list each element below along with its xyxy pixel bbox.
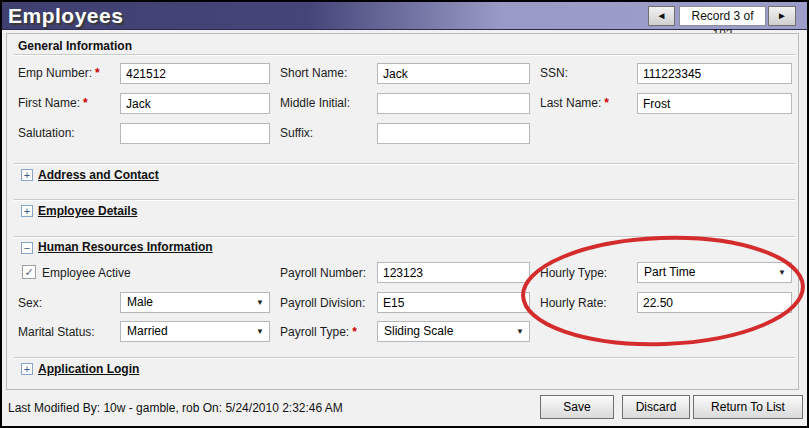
- employees-window: Employees ◄ Record 3 of 102 ► General In…: [0, 0, 809, 428]
- emp-number-label: Emp Number:*: [18, 66, 100, 80]
- plus-icon: +: [24, 205, 30, 217]
- payroll-number-field[interactable]: [377, 262, 530, 283]
- divider: [14, 236, 795, 238]
- return-to-list-button[interactable]: Return To List: [693, 395, 803, 419]
- hourly-type-select[interactable]: Part Time ▼: [637, 262, 792, 283]
- required-marker: *: [604, 96, 609, 110]
- middle-initial-field[interactable]: [377, 93, 530, 114]
- divider: [14, 357, 795, 359]
- employee-active-checkbox[interactable]: ✓: [22, 265, 36, 279]
- arrow-left-icon: ◄: [657, 10, 667, 21]
- short-name-label: Short Name:: [280, 66, 347, 80]
- sex-select[interactable]: Male ▼: [120, 292, 270, 313]
- middle-initial-label: Middle Initial:: [280, 96, 350, 110]
- discard-button[interactable]: Discard: [622, 395, 690, 419]
- sex-label: Sex:: [18, 296, 42, 310]
- expand-address-button[interactable]: +: [21, 169, 33, 181]
- payroll-number-label: Payroll Number:: [280, 266, 366, 280]
- title-bar: Employees ◄ Record 3 of 102 ►: [2, 2, 807, 30]
- section-human-resources-information[interactable]: Human Resources Information: [38, 240, 213, 254]
- last-name-field[interactable]: [637, 93, 792, 114]
- last-modified-text: Last Modified By: 10w - gamble, rob On: …: [8, 401, 343, 415]
- hourly-type-label: Hourly Type:: [540, 266, 607, 280]
- page-title: Employees: [8, 2, 123, 30]
- minus-icon: −: [24, 242, 30, 254]
- save-button[interactable]: Save: [540, 395, 614, 419]
- chevron-down-icon: ▼: [516, 328, 524, 336]
- section-employee-details[interactable]: Employee Details: [38, 204, 137, 218]
- suffix-field[interactable]: [377, 123, 530, 144]
- payroll-division-label: Payroll Division:: [280, 296, 365, 310]
- last-name-label: Last Name:*: [540, 96, 609, 110]
- short-name-field[interactable]: [377, 63, 530, 84]
- hourly-rate-field[interactable]: [637, 292, 792, 313]
- marital-status-select[interactable]: Married ▼: [120, 321, 270, 342]
- payroll-type-label: Payroll Type:*: [280, 325, 357, 339]
- required-marker: *: [352, 325, 357, 339]
- section-general-information: General Information: [18, 39, 132, 53]
- first-name-label: First Name:*: [18, 96, 88, 110]
- marital-status-label: Marital Status:: [18, 325, 95, 339]
- plus-icon: +: [24, 363, 30, 375]
- divider: [14, 199, 795, 201]
- divider: [14, 163, 795, 165]
- suffix-label: Suffix:: [280, 126, 313, 140]
- previous-record-button[interactable]: ◄: [648, 6, 675, 26]
- expand-employee-details-button[interactable]: +: [21, 205, 33, 217]
- arrow-right-icon: ►: [777, 10, 787, 21]
- section-address-and-contact[interactable]: Address and Contact: [38, 168, 159, 182]
- payroll-division-field[interactable]: [377, 292, 530, 313]
- ssn-label: SSN:: [540, 66, 568, 80]
- collapse-hr-button[interactable]: −: [21, 242, 33, 254]
- emp-number-field[interactable]: [120, 63, 270, 84]
- record-counter: Record 3 of 102: [679, 6, 766, 26]
- plus-icon: +: [24, 169, 30, 181]
- chevron-down-icon: ▼: [256, 299, 264, 307]
- chevron-down-icon: ▼: [256, 328, 264, 336]
- required-marker: *: [83, 96, 88, 110]
- divider: [14, 54, 795, 56]
- section-application-login[interactable]: Application Login: [38, 362, 139, 376]
- required-marker: *: [95, 66, 100, 80]
- payroll-type-select[interactable]: Sliding Scale ▼: [377, 321, 530, 342]
- next-record-button[interactable]: ►: [768, 6, 796, 26]
- expand-application-login-button[interactable]: +: [21, 363, 33, 375]
- check-icon: ✓: [24, 266, 33, 278]
- chevron-down-icon: ▼: [778, 269, 786, 277]
- salutation-field[interactable]: [120, 123, 270, 144]
- salutation-label: Salutation:: [18, 126, 75, 140]
- first-name-field[interactable]: [120, 93, 270, 114]
- employee-active-label: Employee Active: [42, 266, 131, 280]
- hourly-rate-label: Hourly Rate:: [540, 296, 607, 310]
- ssn-field[interactable]: [637, 63, 792, 84]
